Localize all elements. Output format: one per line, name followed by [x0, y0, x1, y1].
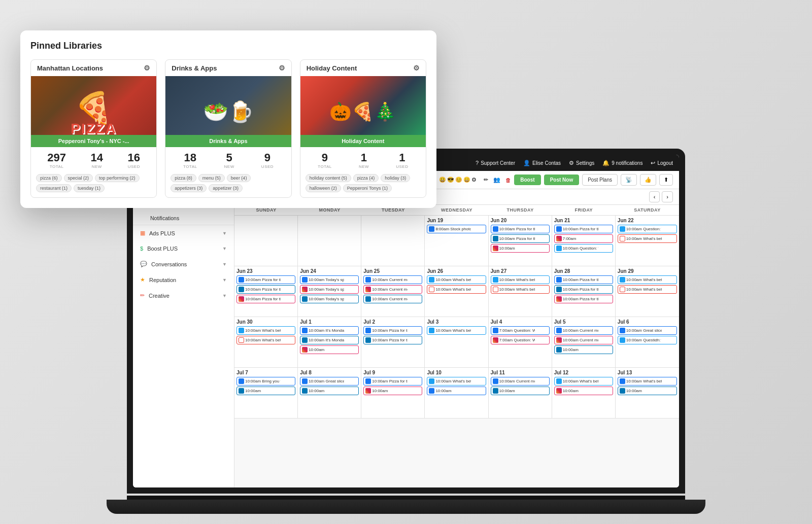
cal-event[interactable]: 10:00am Current mood	[554, 336, 613, 344]
cal-event[interactable]: 10:00am What's better	[427, 275, 486, 284]
cal-cell-w1-d2[interactable]: Jun 25 10:00am Current mood 10:00am Curr…	[361, 266, 425, 317]
cal-cell-w2-d3[interactable]: Jul 3 10:00am What's better	[425, 317, 488, 368]
cal-cell-w3-d4[interactable]: Jul 11 10:00am Current mood 10:00am	[489, 368, 552, 418]
cal-event[interactable]: 10:00am What's better	[236, 336, 295, 344]
cal-event[interactable]: 10:00am Current mood	[363, 275, 422, 284]
cal-cell-w1-d4[interactable]: Jun 27 10:00am What's better 10:00am Wha…	[489, 266, 552, 317]
cal-event[interactable]: 10:00am What's better	[427, 285, 486, 294]
cal-event[interactable]: 10:00am It's Monday a	[300, 326, 359, 335]
cal-event[interactable]: 7:00am	[554, 234, 613, 243]
cal-event[interactable]: 10:00am Bring you frie	[236, 377, 295, 386]
lib-gear-icon-1[interactable]: ⚙	[279, 64, 285, 72]
cal-event[interactable]: 10:00am	[300, 345, 359, 354]
sidebar-item-boost-plus[interactable]: $ Boost PLUS ▼	[133, 241, 234, 256]
cal-event[interactable]: 10:00am Current mood	[554, 326, 613, 335]
cal-event[interactable]: 10:00am What's better	[618, 275, 677, 284]
cal-cell-w2-d0[interactable]: Jun 30 10:00am What's better 10:00am Wha…	[234, 317, 298, 368]
cal-event[interactable]: 10:00am Pizza for the c	[554, 295, 613, 303]
cal-cell-w3-d1[interactable]: Jul 8 10:00am Great slices s 10:00am	[298, 368, 361, 418]
cal-event[interactable]: 10:00am Today's speci	[300, 285, 359, 294]
post-now-button[interactable]: Post Now	[544, 174, 580, 185]
cal-event[interactable]: 10:00am What's better	[491, 285, 550, 294]
cal-event[interactable]: 10:00am Pizza for the c	[554, 225, 613, 233]
cal-event[interactable]: 10:00am What's better	[618, 377, 677, 386]
cal-event[interactable]: 7:00am Question: Wh	[491, 336, 550, 344]
cal-cell-w1-d5[interactable]: Jun 28 10:00am Pizza for the c 10:00am P…	[552, 266, 616, 317]
cal-event[interactable]: 10:00am	[618, 387, 677, 395]
lib-card-1[interactable]: Drinks & Apps ⚙ Drinks & Apps 18 TOTAL 5…	[165, 59, 291, 198]
cal-cell-w1-d3[interactable]: Jun 26 10:00am What's better 10:00am Wha…	[425, 266, 488, 317]
sidebar-item-reputation[interactable]: ★ Reputation ▼	[133, 272, 234, 288]
cal-event[interactable]: 10:00am Pizza for the c	[236, 285, 295, 294]
cal-cell-w1-d6[interactable]: Jun 29 10:00am What's better 10:00am Wha…	[616, 266, 679, 317]
cal-event[interactable]: 10:00am Pizza for the c	[236, 275, 295, 284]
cal-event[interactable]: 10:00am Question: Wh	[618, 225, 677, 233]
cal-cell-w2-d6[interactable]: Jul 6 10:00am Great slices s 10:00am Que…	[616, 317, 679, 368]
cal-event[interactable]: 10:00am	[236, 387, 295, 395]
cal-event[interactable]: 10:00am	[554, 345, 613, 354]
cal-cell-w1-d0[interactable]: Jun 23 10:00am Pizza for the c 10:00am P…	[234, 266, 298, 317]
cal-event[interactable]: 10:00am Current mood	[363, 285, 422, 294]
delete-icon[interactable]: 🗑	[505, 177, 511, 183]
cal-cell-w2-d1[interactable]: Jul 1 10:00am It's Monday a 10:00am It's…	[298, 317, 361, 368]
cal-event[interactable]: 10:00am	[491, 387, 550, 395]
cal-event[interactable]: 10:00am Pizza for the c	[554, 285, 613, 294]
sidebar-item-ads-plus[interactable]: ▦ Ads PLUS ▼	[133, 225, 234, 241]
cal-event[interactable]: 10:00am Current mood	[491, 377, 550, 386]
cal-event[interactable]: 10:00am	[491, 244, 550, 253]
cal-cell-w3-d2[interactable]: Jul 9 10:00am Pizza for the c 10:00am	[361, 368, 425, 418]
cal-cell-w2-d4[interactable]: Jul 4 7:00am Question: Wh 7:00am Questio…	[489, 317, 552, 368]
support-center-link[interactable]: ? Support Center	[476, 160, 515, 166]
cal-cell-w1-d1[interactable]: Jun 24 10:00am Today's speci 10:00am Tod…	[298, 266, 361, 317]
cal-event[interactable]: 10:00am Great slices s	[618, 326, 677, 335]
cal-cell-w0-d6[interactable]: Jun 22 10:00am Question: Wh 10:00am What…	[616, 216, 679, 266]
user-profile[interactable]: 👤 Elise Contas	[523, 160, 561, 166]
sidebar-item-conversations[interactable]: 💬 Conversations ▼	[133, 256, 234, 272]
cal-event[interactable]: 10:00am Today's speci	[300, 275, 359, 284]
cal-cell-w0-d4[interactable]: Jun 20 10:00am Pizza for the c 10:00am P…	[489, 216, 552, 266]
cal-event[interactable]: 10:00am It's Monday a	[300, 336, 359, 344]
cal-cell-w2-d2[interactable]: Jul 2 10:00am Pizza for the c 10:00am Pi…	[361, 317, 425, 368]
upload-button[interactable]: ⬆	[659, 174, 673, 186]
cal-cell-w3-d6[interactable]: Jul 13 10:00am What's better 10:00am	[616, 368, 679, 418]
lib-card-0[interactable]: Manhattan Locations ⚙ Pepperoni Tony's -…	[30, 59, 157, 198]
sidebar-item-notifications[interactable]: Notifications	[143, 212, 234, 225]
like-button[interactable]: 👍	[640, 174, 656, 186]
prev-button[interactable]: ‹	[649, 191, 660, 202]
cal-event[interactable]: 10:00am Pizza for the c	[491, 234, 550, 243]
cal-cell-w3-d3[interactable]: Jul 10 10:00am What's better 10:00am	[425, 368, 488, 418]
lib-gear-icon-2[interactable]: ⚙	[413, 64, 420, 72]
cal-event[interactable]: 10:00am Questidh: wn	[618, 336, 677, 344]
cal-event[interactable]: 10:00am What's better	[554, 377, 613, 386]
cal-event[interactable]: 10:00am	[427, 387, 486, 395]
settings-link[interactable]: ⚙ Settings	[569, 160, 594, 166]
cal-event[interactable]: 7:00am Question: Wh	[491, 326, 550, 335]
cal-event[interactable]: 10:00am	[363, 387, 422, 395]
cal-event[interactable]: 10:00am What's better	[427, 326, 486, 335]
notifications-link[interactable]: 🔔 9 notifications	[602, 160, 642, 166]
cal-cell-w0-d0[interactable]	[234, 216, 298, 266]
cal-event[interactable]: 10:00am	[554, 387, 613, 395]
cal-cell-w0-d5[interactable]: Jun 21 10:00am Pizza for the c 7:00am 10…	[552, 216, 616, 266]
cal-event[interactable]: 10:00am What's better	[236, 326, 295, 335]
cal-cell-w3-d5[interactable]: Jul 12 10:00am What's better 10:00am	[552, 368, 616, 418]
gear-emoji[interactable]: ⚙	[471, 177, 477, 183]
share-icon[interactable]: 👥	[493, 177, 500, 183]
cal-cell-w2-d5[interactable]: Jul 5 10:00am Current mood 10:00am Curre…	[552, 317, 616, 368]
cal-event[interactable]: 10:00am Today's speci	[300, 295, 359, 303]
lib-card-2[interactable]: Holiday Content ⚙ Holiday Content 9 TOTA…	[300, 59, 426, 198]
cal-event[interactable]: 10:00am What's better	[618, 234, 677, 243]
lib-gear-icon-0[interactable]: ⚙	[144, 64, 150, 72]
cal-event[interactable]: 10:00am Pizza for the c	[554, 275, 613, 284]
cal-event[interactable]: 10:00am What's better	[427, 377, 486, 386]
cal-cell-w0-d3[interactable]: Jun 19 8:00am Stock photo c	[425, 216, 488, 266]
next-button[interactable]: ›	[662, 191, 673, 202]
cal-cell-w0-d2[interactable]	[361, 216, 425, 266]
cal-cell-w0-d1[interactable]	[298, 216, 361, 266]
post-plans-button[interactable]: Post Plans	[582, 174, 618, 186]
cal-event[interactable]: 10:00am Pizza for the c	[236, 295, 295, 303]
cal-cell-w3-d0[interactable]: Jul 7 10:00am Bring you frie 10:00am	[234, 368, 298, 418]
cal-event[interactable]: 10:00am What's better	[618, 285, 677, 294]
boost-button[interactable]: Boost	[514, 174, 540, 185]
sidebar-item-creative[interactable]: ✏ Creative ▼	[133, 288, 234, 303]
